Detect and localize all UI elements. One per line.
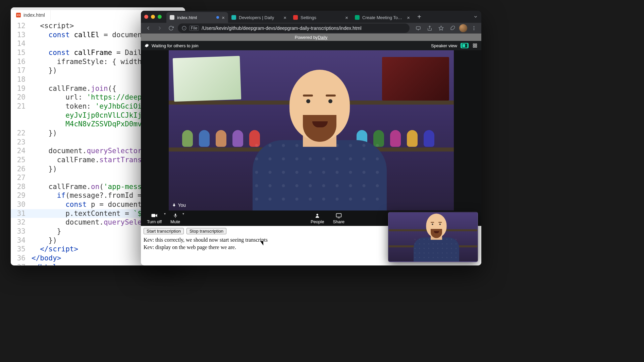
tab-favicon-icon — [293, 15, 298, 20]
tab-close-button[interactable]: × — [345, 15, 348, 20]
people-button[interactable]: People — [311, 213, 324, 224]
tab-title: Create Meeting Token - My W — [362, 15, 404, 20]
screen-share-icon — [336, 213, 342, 219]
people-label: People — [311, 219, 324, 224]
line-number: 33 — [11, 227, 32, 236]
waiting-status-text: Waiting for others to join — [152, 43, 199, 48]
svg-rect-17 — [475, 46, 477, 47]
daily-link[interactable]: Daily — [318, 35, 327, 40]
line-number: 18 — [11, 75, 32, 84]
svg-point-7 — [474, 26, 475, 27]
mic-toggle-label: Mute — [170, 219, 180, 224]
line-number: 30 — [11, 200, 32, 209]
gear-icon[interactable] — [144, 43, 149, 48]
line-number: 22 — [11, 129, 32, 138]
browser-tab[interactable]: Create Meeting Token - My W× — [352, 12, 413, 23]
line-number: 37 — [11, 263, 32, 265]
svg-rect-15 — [475, 44, 477, 45]
line-number: 17 — [11, 66, 32, 75]
mic-icon — [172, 203, 176, 207]
nav-back-button[interactable] — [144, 23, 153, 33]
camera-icon — [151, 213, 158, 219]
extensions-icon[interactable] — [448, 23, 457, 33]
grid-view-button[interactable] — [472, 43, 478, 49]
svg-point-9 — [474, 29, 475, 30]
tab-favicon-icon — [355, 15, 360, 20]
line-number: 32 — [11, 218, 32, 227]
html-file-icon: <> — [16, 13, 21, 17]
editor-tab-active[interactable]: <> index.html — [11, 10, 51, 20]
tab-close-button[interactable]: × — [283, 15, 286, 20]
url-text: /Users/kevin/github/deepgram-devs/deepgr… — [202, 25, 361, 31]
line-number: 23 — [11, 138, 32, 147]
svg-marker-20 — [156, 214, 157, 217]
tab-strip: index.html×Developers | Daily×Settings×C… — [141, 11, 481, 23]
speaker-view-button[interactable] — [461, 43, 469, 48]
browser-tab[interactable]: Settings× — [290, 12, 352, 23]
line-number: 34 — [11, 236, 32, 245]
site-info-icon[interactable] — [182, 26, 186, 31]
line-number: 27 — [11, 173, 32, 182]
browser-menu-icon[interactable] — [469, 23, 479, 33]
svg-marker-6 — [439, 26, 443, 30]
picture-in-picture[interactable] — [388, 212, 478, 262]
line-number — [11, 111, 32, 120]
svg-rect-19 — [151, 214, 155, 217]
video-stage: You — [141, 50, 481, 210]
line-number: 15 — [11, 48, 32, 57]
camera-toggle-button[interactable]: ▾ Turn off — [147, 213, 162, 224]
cast-icon[interactable] — [414, 23, 423, 33]
speaker-view-label: Speaker view — [431, 43, 457, 48]
daily-powered-banner: Powered by Daily — [141, 34, 481, 41]
svg-point-22 — [316, 214, 318, 215]
url-bar: File /Users/kevin/github/deepgram-devs/d… — [141, 23, 481, 34]
stop-transcription-button[interactable]: Stop transcription — [186, 228, 226, 234]
svg-rect-23 — [336, 214, 341, 217]
bookmark-star-icon[interactable] — [436, 23, 446, 33]
tab-title: Developers | Daily — [239, 15, 281, 20]
svg-rect-14 — [473, 44, 475, 45]
tab-unsaved-indicator — [216, 16, 219, 19]
nav-reload-button[interactable] — [166, 23, 176, 33]
start-transcription-button[interactable]: Start transcription — [144, 228, 184, 234]
line-number: 35 — [11, 245, 32, 254]
share-label: Share — [333, 219, 344, 224]
nav-forward-button[interactable] — [155, 23, 164, 33]
people-icon — [315, 213, 320, 219]
participant-label-self: You — [172, 202, 186, 208]
line-number: 19 — [11, 84, 32, 93]
window-maximize-button[interactable] — [158, 15, 162, 19]
tabs-overflow-button[interactable] — [473, 14, 478, 19]
svg-point-8 — [474, 28, 475, 29]
share-button[interactable]: Share — [333, 213, 344, 224]
svg-rect-12 — [466, 45, 467, 46]
svg-rect-10 — [462, 44, 466, 48]
browser-tab[interactable]: index.html× — [166, 12, 228, 23]
new-tab-button[interactable]: + — [413, 13, 425, 21]
line-number: 29 — [11, 191, 32, 200]
window-minimize-button[interactable] — [151, 15, 155, 19]
tab-close-button[interactable]: × — [222, 15, 225, 20]
url-input[interactable]: File /Users/kevin/github/deepgram-devs/d… — [178, 23, 410, 33]
line-number: 26 — [11, 165, 32, 174]
chevron-down-icon[interactable]: ▾ — [182, 212, 184, 216]
svg-rect-3 — [416, 26, 420, 29]
daily-call-frame: Powered by Daily Waiting for others to j… — [141, 34, 481, 226]
editor-titlebar — [11, 7, 185, 10]
line-number: 24 — [11, 146, 32, 156]
tab-close-button[interactable]: × — [407, 15, 410, 20]
you-label-text: You — [178, 202, 186, 208]
chevron-down-icon[interactable]: ▾ — [164, 212, 166, 216]
profile-avatar[interactable] — [459, 24, 467, 32]
line-number: 13 — [11, 31, 32, 40]
powered-by-label: Powered by — [295, 35, 318, 40]
browser-tab[interactable]: Developers | Daily× — [228, 12, 290, 23]
share-icon[interactable] — [425, 23, 434, 33]
window-close-button[interactable] — [144, 15, 148, 19]
main-video-tile[interactable]: You — [169, 50, 454, 210]
svg-rect-13 — [466, 47, 467, 48]
daily-topbar: Waiting for others to join Speaker view — [141, 41, 481, 50]
editor-tab-filename: index.html — [23, 12, 45, 18]
mic-toggle-button[interactable]: ▾ Mute — [170, 213, 180, 224]
browser-window: index.html×Developers | Daily×Settings×C… — [141, 11, 481, 265]
